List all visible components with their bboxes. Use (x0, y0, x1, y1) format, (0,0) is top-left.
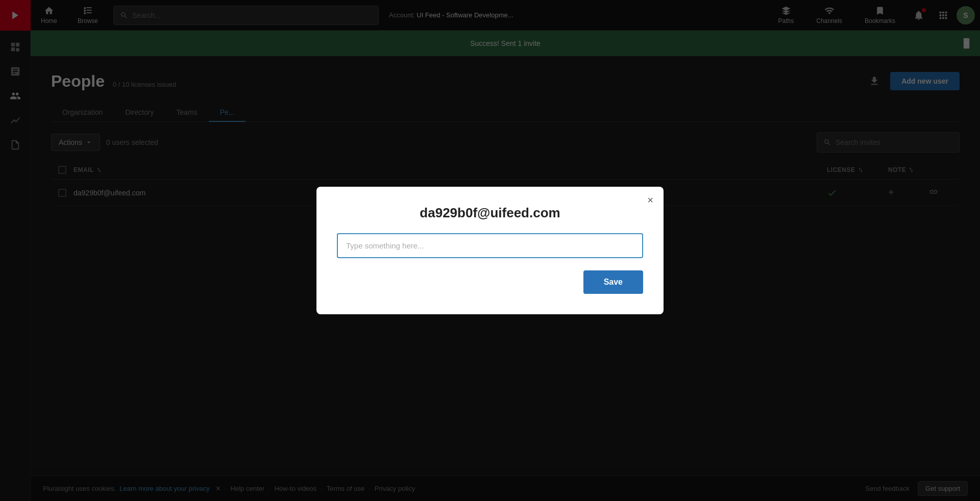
modal-title: da929b0f@uifeed.com (337, 205, 643, 221)
modal-note-input[interactable] (337, 233, 643, 258)
note-modal: × da929b0f@uifeed.com Save (316, 187, 664, 314)
modal-save-button[interactable]: Save (583, 270, 643, 294)
modal-footer: Save (337, 270, 643, 294)
modal-overlay[interactable]: × da929b0f@uifeed.com Save (0, 0, 980, 501)
modal-close-button[interactable]: × (647, 195, 653, 205)
